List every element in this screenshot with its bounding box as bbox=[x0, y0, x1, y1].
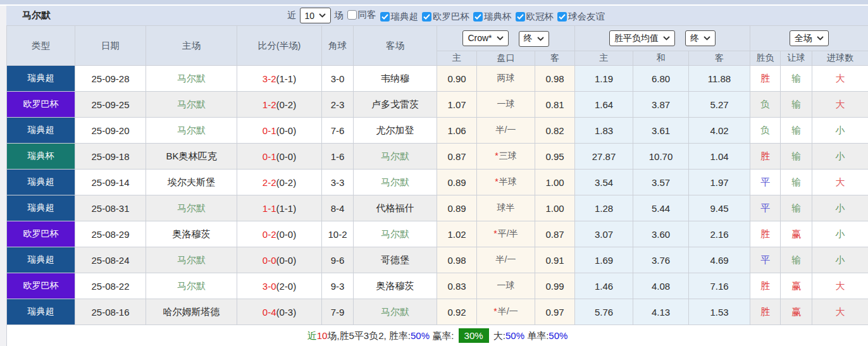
handicap-odds-home: 0.89 bbox=[437, 170, 477, 195]
result-handicap: 输 bbox=[781, 66, 812, 92]
result-wdl: 胜 bbox=[750, 221, 781, 247]
filter-item[interactable]: 球会友谊 bbox=[557, 11, 605, 23]
corner-score: 7-9 bbox=[322, 299, 354, 325]
match-date: 25-08-16 bbox=[75, 299, 146, 325]
away-team: 马尔默 bbox=[354, 299, 437, 325]
col-header-home: 主场 bbox=[146, 26, 237, 66]
title-bar: 马尔默 近 10 场 同客瑞典超欧罗巴杯瑞典杯欧冠杯球会友谊 bbox=[6, 6, 868, 25]
filter-item[interactable]: 欧冠杯 bbox=[516, 11, 554, 23]
league-badge: 瑞典超 bbox=[7, 299, 75, 325]
handicap-odds-away: 0.82 bbox=[535, 118, 575, 144]
filter-item[interactable]: 瑞典超 bbox=[380, 11, 419, 23]
handicap-odds-home: 0.98 bbox=[437, 247, 477, 273]
away-team: 马尔默 bbox=[354, 221, 437, 247]
summary-text: 近 bbox=[307, 330, 317, 341]
away-team: 卢多戈雷茨 bbox=[354, 92, 437, 118]
score-cell: 0-1(0-0) bbox=[237, 118, 322, 144]
match-row: 瑞典杯25-09-18BK奥林匹克0-1(0-0)1-6马尔默0.87*三球0.… bbox=[7, 144, 868, 170]
filter-label[interactable]: 球会友谊 bbox=[568, 11, 605, 23]
match-date: 25-08-31 bbox=[75, 195, 146, 221]
result-wdl: 平 bbox=[750, 247, 781, 273]
league-badge: 瑞典超 bbox=[7, 170, 75, 195]
summary-text: 大: bbox=[491, 330, 505, 341]
result-goals: 大 bbox=[812, 170, 868, 195]
checkbox-checked-icon[interactable] bbox=[422, 12, 431, 22]
filter-item[interactable]: 瑞典杯 bbox=[473, 11, 512, 23]
result-goals: 小 bbox=[812, 118, 868, 144]
summary-text: 胜率: bbox=[389, 330, 411, 341]
result-group: 全场 bbox=[750, 26, 868, 51]
handicap-line: 两球 bbox=[477, 66, 535, 92]
filter-label[interactable]: 欧冠杯 bbox=[526, 11, 554, 23]
col-header-type: 类型 bbox=[7, 26, 75, 66]
handicap-odds-away: 1.00 bbox=[535, 195, 575, 221]
score-cell: 0-0(0-0) bbox=[237, 247, 322, 273]
col-header-date: 日期 bbox=[75, 26, 146, 66]
filter-item[interactable]: 同客 bbox=[347, 9, 376, 21]
result-goals: 大 bbox=[812, 92, 868, 118]
checkbox-checked-icon[interactable] bbox=[516, 12, 525, 22]
league-filters: 同客瑞典超欧罗巴杯瑞典杯欧冠杯球会友谊 bbox=[344, 9, 605, 23]
handicap-line: 半/一 bbox=[477, 118, 535, 144]
recent-label: 近 bbox=[287, 9, 297, 22]
result-goals: 小 bbox=[812, 221, 868, 247]
filter-label[interactable]: 瑞典超 bbox=[391, 11, 419, 23]
checkbox-checked-icon[interactable] bbox=[557, 12, 567, 22]
avg-odds-draw: 4.13 bbox=[633, 299, 689, 325]
chevron-down-icon bbox=[663, 36, 670, 40]
handicap-odds-away: 0.98 bbox=[535, 66, 575, 92]
avg-odds-away: 9.45 bbox=[689, 195, 750, 221]
avg-odds-away: 1.04 bbox=[689, 144, 750, 170]
match-row: 瑞典超25-08-16哈尔姆斯塔德0-4(0-3)7-9马尔默0.92*半/一0… bbox=[7, 299, 868, 325]
match-date: 25-09-25 bbox=[75, 92, 146, 118]
corner-score: 10-2 bbox=[322, 221, 354, 247]
result-wdl: 平 bbox=[750, 195, 781, 221]
home-team: BK奥林匹克 bbox=[146, 144, 237, 170]
league-badge: 瑞典超 bbox=[7, 195, 75, 221]
home-team: 马尔默 bbox=[146, 195, 237, 221]
home-team: 马尔默 bbox=[146, 92, 237, 118]
summary-text: 50% bbox=[505, 330, 524, 341]
odds-time-select-1[interactable]: 终 bbox=[519, 31, 549, 47]
away-team: 马尔默 bbox=[354, 170, 437, 195]
odds-company-select[interactable]: Crow* bbox=[462, 30, 508, 46]
filter-label[interactable]: 欧罗巴杯 bbox=[433, 11, 469, 23]
result-handicap: 输 bbox=[781, 247, 812, 273]
odds-time-select-2[interactable]: 终 bbox=[685, 30, 716, 46]
avg-odds-draw: 5.44 bbox=[633, 195, 689, 221]
league-badge: 欧罗巴杯 bbox=[7, 221, 75, 247]
result-wdl: 负 bbox=[750, 118, 781, 144]
recent-count-select[interactable]: 10 bbox=[300, 8, 332, 23]
avg-odds-home: 1.19 bbox=[575, 66, 633, 92]
filter-item[interactable]: 欧罗巴杯 bbox=[422, 11, 469, 23]
handicap-odds-home: 0.83 bbox=[437, 273, 477, 299]
score-cell: 2-2(0-2) bbox=[237, 170, 322, 195]
checkbox-checked-icon[interactable] bbox=[380, 12, 390, 22]
result-handicap: 输 bbox=[781, 118, 812, 144]
avg-odds-home: 1.83 bbox=[575, 118, 633, 144]
result-handicap: 输 bbox=[781, 144, 812, 170]
corner-score: 1-6 bbox=[322, 144, 354, 170]
result-handicap: 赢 bbox=[781, 221, 812, 247]
filter-label[interactable]: 同客 bbox=[358, 9, 376, 21]
avg-odds-draw: 3.60 bbox=[633, 221, 689, 247]
avg-odds-away: 4.02 bbox=[689, 118, 750, 144]
checkbox-unchecked-icon[interactable] bbox=[347, 10, 357, 20]
result-wdl: 负 bbox=[750, 92, 781, 118]
avg-odds-away: 5.27 bbox=[689, 92, 750, 118]
avg-odds-home: 1.28 bbox=[575, 195, 633, 221]
home-team: 马尔默 bbox=[146, 247, 237, 273]
filter-label[interactable]: 瑞典杯 bbox=[484, 11, 512, 23]
away-team: 哥德堡 bbox=[354, 247, 437, 273]
filter-controls: 近 10 场 同客瑞典超欧罗巴杯瑞典杯欧冠杯球会友谊 bbox=[287, 6, 605, 25]
avg-odds-draw: 3.87 bbox=[633, 92, 689, 118]
away-team: 韦纳穆 bbox=[354, 66, 437, 92]
checkbox-checked-icon[interactable] bbox=[473, 12, 483, 22]
avg-odds-draw: 3.61 bbox=[633, 118, 689, 144]
handicap-odds-home: 0.89 bbox=[437, 195, 477, 221]
scope-select[interactable]: 全场 bbox=[790, 30, 829, 46]
avg-type-select[interactable]: 胜平负均值 bbox=[609, 30, 675, 46]
result-goals: 大 bbox=[812, 273, 868, 299]
chevron-down-icon bbox=[817, 36, 824, 40]
handicap-odds-away: 0.81 bbox=[535, 92, 575, 118]
